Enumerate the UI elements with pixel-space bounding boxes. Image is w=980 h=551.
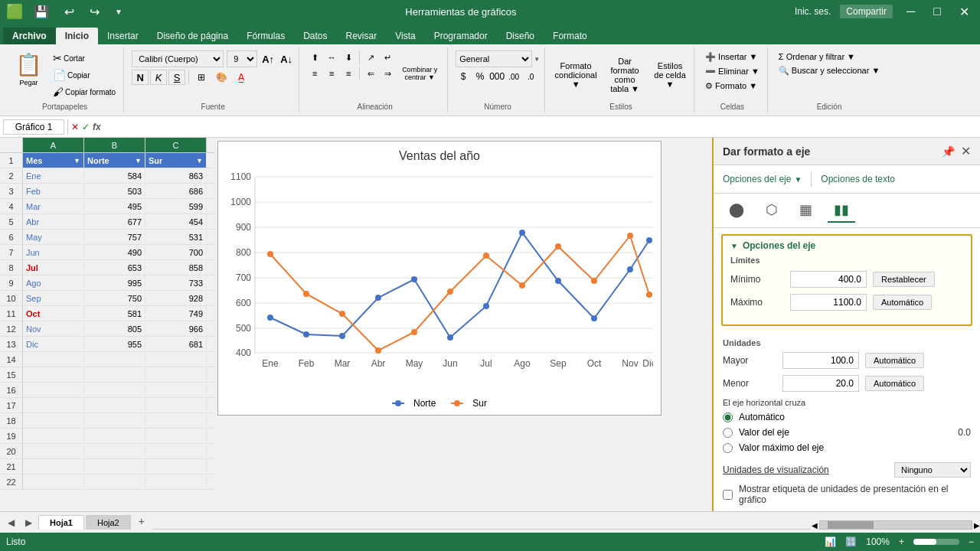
list-item[interactable]: [145, 367, 207, 382]
h-scroll-right[interactable]: ▶: [974, 521, 980, 530]
tab-diseno-pagina[interactable]: Diseño de página: [148, 28, 237, 44]
list-item[interactable]: Ene: [23, 168, 84, 183]
list-item[interactable]: 750: [84, 291, 145, 305]
radio-valor-eje-input[interactable]: [723, 428, 733, 438]
list-item[interactable]: 805: [84, 321, 145, 336]
list-item[interactable]: [145, 459, 207, 474]
copy-button[interactable]: 📄 Copiar: [50, 67, 119, 83]
list-item[interactable]: 733: [145, 276, 207, 290]
paste-button[interactable]: 📋Pegar: [11, 51, 47, 88]
confirm-icon[interactable]: ✓: [82, 122, 90, 132]
list-item[interactable]: [23, 474, 84, 489]
radio-valor-maximo-input[interactable]: [723, 443, 733, 453]
tab-programador[interactable]: Programador: [425, 28, 497, 44]
cell-styles-btn[interactable]: Estilos de celda ▼: [651, 60, 689, 90]
list-item[interactable]: Sep: [23, 291, 84, 305]
delete-cells-btn[interactable]: ➖ Eliminar ▼: [702, 65, 763, 78]
restablecer-min-btn[interactable]: Restablecer: [873, 272, 935, 287]
list-item[interactable]: [84, 383, 145, 397]
list-item[interactable]: 503: [84, 184, 145, 198]
scroll-right-btn[interactable]: ▶: [21, 516, 37, 530]
status-icon-number[interactable]: 🔢: [845, 536, 857, 547]
list-item[interactable]: 700: [145, 245, 207, 259]
panel-close-btn[interactable]: ✕: [961, 144, 971, 158]
list-item[interactable]: 490: [84, 245, 145, 259]
function-icon[interactable]: fx: [93, 122, 101, 132]
list-item[interactable]: [23, 444, 84, 458]
number-format-select[interactable]: General: [456, 51, 532, 67]
status-icon-chart[interactable]: 📊: [825, 536, 836, 547]
list-item[interactable]: Dic: [23, 337, 84, 351]
merge-center-btn[interactable]: Combinar y centrar ▼: [397, 67, 443, 80]
menor-input[interactable]: [782, 375, 859, 392]
align-top-btn[interactable]: ⬆: [307, 51, 322, 64]
list-item[interactable]: [145, 444, 207, 458]
add-sheet-btn[interactable]: +: [132, 513, 151, 530]
col-header-b[interactable]: B: [84, 138, 145, 152]
user-label[interactable]: Inic. ses.: [795, 6, 831, 17]
bold-btn[interactable]: N: [132, 70, 149, 85]
list-item[interactable]: [84, 474, 145, 489]
minimize-btn[interactable]: ─: [902, 3, 920, 20]
cancel-icon[interactable]: ✕: [71, 122, 79, 132]
list-item[interactable]: [84, 444, 145, 458]
panel-icon-axis[interactable]: ▮▮: [828, 198, 855, 223]
panel-section-header[interactable]: ▼ Opciones del eje: [723, 236, 971, 256]
list-item[interactable]: Oct: [23, 306, 84, 321]
list-item[interactable]: [145, 474, 207, 489]
list-item[interactable]: 531: [145, 230, 207, 244]
underline-btn[interactable]: S: [168, 70, 185, 85]
redo-icon[interactable]: ↪: [85, 3, 104, 21]
format-painter-button[interactable]: 🖌 Copiar formato: [50, 84, 119, 99]
mayor-input[interactable]: [782, 352, 859, 369]
list-item[interactable]: [23, 413, 84, 428]
panel-icon-fill[interactable]: ⬤: [723, 198, 750, 223]
h-scroll-left[interactable]: ◀: [812, 521, 818, 530]
list-item[interactable]: [145, 429, 207, 443]
indent-increase-btn[interactable]: ⇒: [380, 67, 395, 80]
zoom-in-btn[interactable]: +: [899, 536, 904, 547]
list-item[interactable]: 584: [84, 168, 145, 183]
list-item[interactable]: [84, 413, 145, 428]
list-item[interactable]: 681: [145, 337, 207, 351]
list-item[interactable]: [23, 367, 84, 382]
units-viz-select[interactable]: Ninguno: [894, 462, 971, 478]
list-item[interactable]: [84, 367, 145, 382]
share-btn[interactable]: Compartir: [840, 5, 893, 18]
list-item[interactable]: [23, 429, 84, 443]
tab-archivo[interactable]: Archivo: [3, 28, 56, 44]
show-label-checkbox[interactable]: [723, 490, 733, 500]
find-btn[interactable]: 🔍 Buscar y seleccionar ▼: [776, 64, 884, 77]
chart-container[interactable]: Ventas del año: [217, 141, 662, 416]
maximo-input[interactable]: [790, 294, 867, 311]
list-item[interactable]: [145, 398, 207, 412]
list-item[interactable]: Feb: [23, 184, 84, 198]
list-item[interactable]: Sur ▼: [145, 153, 207, 168]
tab-formulas[interactable]: Fórmulas: [237, 28, 294, 44]
font-size-select[interactable]: 9101112: [227, 51, 257, 67]
decrease-font-btn[interactable]: A↓: [279, 52, 294, 66]
panel-icon-effects[interactable]: ▦: [793, 198, 818, 223]
conditional-format-btn[interactable]: Formato condicional ▼: [553, 60, 599, 90]
list-item[interactable]: 757: [84, 230, 145, 244]
currency-btn[interactable]: $: [456, 70, 471, 83]
autosum-btn[interactable]: Σ Ordenar y filtrar ▼: [776, 51, 858, 63]
automatico-max-btn[interactable]: Automático: [873, 295, 932, 310]
tab-diseno[interactable]: Diseño: [497, 28, 544, 44]
tab-datos[interactable]: Datos: [294, 28, 336, 44]
align-left-btn[interactable]: ≡: [307, 67, 322, 80]
list-item[interactable]: 966: [145, 321, 207, 336]
align-right-btn[interactable]: ≡: [341, 67, 356, 80]
sheet-tab-hoja1[interactable]: Hoja1: [38, 515, 84, 530]
list-item[interactable]: Jul: [23, 260, 84, 275]
list-item[interactable]: 599: [145, 199, 207, 214]
list-item[interactable]: 686: [145, 184, 207, 198]
tab-vista[interactable]: Vista: [386, 28, 424, 44]
increase-font-btn[interactable]: A↑: [260, 52, 276, 66]
list-item[interactable]: [84, 429, 145, 443]
list-item[interactable]: 581: [84, 306, 145, 321]
list-item[interactable]: Jun: [23, 245, 84, 259]
col-header-c[interactable]: C: [145, 138, 207, 152]
close-btn[interactable]: ✕: [955, 3, 974, 21]
italic-btn[interactable]: K: [150, 70, 167, 85]
